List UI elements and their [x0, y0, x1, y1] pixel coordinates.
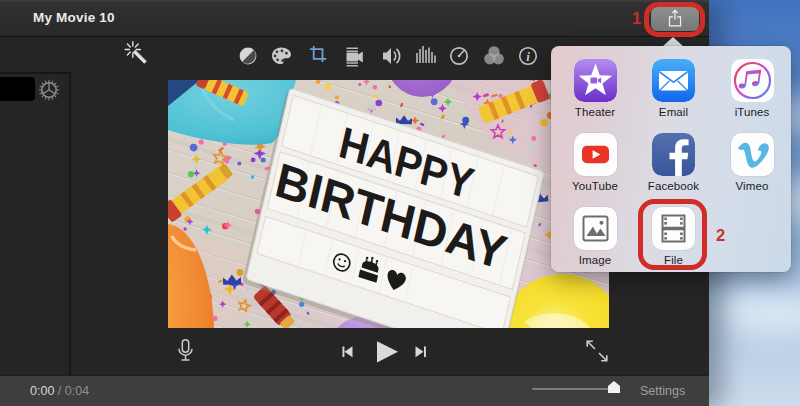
svg-text:i: i: [526, 49, 530, 64]
